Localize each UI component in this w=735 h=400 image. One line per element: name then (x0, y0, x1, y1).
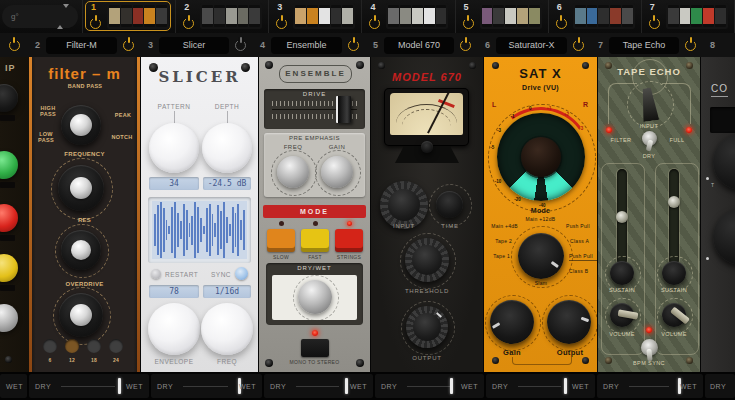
knob[interactable] (0, 204, 18, 232)
preset-slot-3[interactable]: 3 (269, 0, 362, 33)
ensemble-drywet-knob[interactable] (298, 280, 332, 314)
time-slider-right[interactable] (669, 169, 679, 265)
rack-thumbnail[interactable] (293, 3, 355, 29)
sustain-knob-right[interactable] (662, 261, 686, 285)
output-knob[interactable] (406, 306, 448, 348)
mix-slider-track[interactable] (61, 386, 115, 387)
res-knob[interactable] (61, 230, 101, 270)
mix-segment-ensemble[interactable]: DRY WET (264, 374, 373, 398)
rack-thumbnail[interactable] (666, 3, 728, 29)
module-name-box[interactable]: Slicer (159, 37, 229, 54)
mix-segment-filter-m[interactable]: DRY WET (29, 374, 149, 398)
power-icon[interactable] (649, 18, 660, 29)
module-name-box[interactable]: Tape Echo (609, 37, 679, 54)
threshold-knob[interactable] (405, 238, 449, 282)
rack-thumbnail[interactable] (480, 3, 542, 29)
freq-value-display[interactable]: 1/16d (203, 285, 251, 298)
time-knob[interactable] (436, 191, 463, 218)
rack-thumbnail[interactable] (573, 3, 635, 29)
satx-drive-knob[interactable] (521, 137, 561, 177)
restart-button[interactable] (151, 269, 161, 279)
knob[interactable] (0, 151, 18, 179)
slope-button-12[interactable] (65, 339, 79, 353)
power-icon[interactable] (276, 18, 287, 29)
knob[interactable] (0, 304, 18, 332)
overdrive-knob[interactable] (59, 293, 103, 337)
sustain-knob-left[interactable] (610, 261, 634, 285)
satx-mode-selector-knob[interactable] (518, 233, 564, 279)
mix-slider-track[interactable] (518, 386, 561, 387)
power-icon[interactable] (369, 18, 380, 29)
module-name-box[interactable]: Filter-M (46, 37, 117, 54)
sync-button[interactable] (235, 267, 248, 280)
mix-slider-handle[interactable] (345, 378, 348, 394)
mix-segment-tail-right[interactable]: DRY (705, 374, 735, 398)
mix-segment-tape-echo[interactable]: DRY WET (597, 374, 703, 398)
power-button[interactable] (460, 40, 471, 51)
preset-slot-4[interactable]: 4 (362, 0, 455, 33)
slope-button-18[interactable] (87, 339, 101, 353)
satx-output-knob[interactable] (547, 300, 591, 344)
slow-button[interactable] (267, 229, 295, 252)
mix-slider-handle[interactable] (118, 378, 121, 394)
knob[interactable] (0, 84, 18, 112)
mix-slider-track[interactable] (183, 386, 228, 387)
module-name-box[interactable]: Ensemble (271, 37, 342, 54)
preset-slot-2[interactable]: 2 (176, 0, 269, 33)
depth-knob[interactable] (202, 123, 252, 173)
power-icon[interactable] (463, 18, 474, 29)
mix-segment-tail-left[interactable]: WET (0, 374, 27, 398)
preset-slot-7[interactable]: 7 (642, 0, 735, 33)
preset-slot-6[interactable]: 6 (549, 0, 642, 33)
preset-slot-1[interactable]: 1 (83, 0, 176, 33)
pattern-knob[interactable] (149, 123, 199, 173)
fast-button[interactable] (301, 229, 329, 252)
power-icon[interactable] (183, 18, 194, 29)
depth-value-display[interactable]: -24.5 dB (203, 177, 251, 190)
slope-button-24[interactable] (109, 339, 123, 353)
preset-selector[interactable]: g° (2, 5, 78, 28)
slope-button-6[interactable] (43, 339, 57, 353)
bpm-sync-toggle[interactable] (641, 339, 658, 356)
power-button[interactable] (123, 40, 134, 51)
knob[interactable] (0, 254, 18, 282)
satx-gain-knob[interactable] (490, 300, 534, 344)
rack-thumbnail[interactable] (200, 3, 262, 29)
power-button[interactable] (573, 40, 584, 51)
mix-slider-track[interactable] (407, 386, 450, 387)
power-button[interactable] (685, 40, 696, 51)
drive-slider-handle[interactable] (336, 96, 351, 123)
pattern-value-display[interactable]: 34 (149, 177, 199, 190)
input-knob[interactable] (380, 181, 428, 229)
mix-slider-handle[interactable] (450, 378, 453, 394)
mix-slider-track[interactable] (629, 386, 669, 387)
envelope-value-display[interactable]: 78 (149, 285, 199, 298)
mix-segment-saturator-x[interactable]: DRY WET (486, 374, 595, 398)
knob[interactable] (713, 209, 735, 265)
mix-segment-slicer[interactable]: DRY WET (151, 374, 262, 398)
rack-thumbnail[interactable] (107, 3, 169, 29)
mix-slider-track[interactable] (296, 386, 339, 387)
preset-slot-5[interactable]: 5 (456, 0, 549, 33)
mono-stereo-button[interactable] (301, 339, 329, 357)
mix-segment-model-670[interactable]: DRY WET (375, 374, 484, 398)
power-button[interactable] (9, 40, 20, 51)
time-slider-left-handle[interactable] (616, 211, 628, 223)
frequency-knob[interactable] (58, 165, 104, 211)
stepper-icon[interactable] (57, 8, 69, 26)
slicer-waveform-display[interactable] (148, 197, 251, 263)
filter-mode-selector-knob[interactable] (61, 105, 101, 145)
filter-full-toggle[interactable] (642, 131, 657, 146)
power-icon[interactable] (556, 18, 567, 29)
mix-slider-handle[interactable] (564, 378, 567, 394)
envelope-knob[interactable] (148, 303, 200, 355)
freq-knob[interactable] (201, 303, 253, 355)
pre-emphasis-gain-knob[interactable] (321, 156, 353, 188)
knob[interactable] (713, 134, 735, 190)
time-slider-right-handle[interactable] (668, 196, 680, 208)
strings-button[interactable] (335, 229, 363, 252)
power-button[interactable] (348, 40, 359, 51)
pre-emphasis-freq-knob[interactable] (277, 156, 309, 188)
rack-thumbnail[interactable] (386, 3, 448, 29)
power-button[interactable] (235, 40, 246, 51)
